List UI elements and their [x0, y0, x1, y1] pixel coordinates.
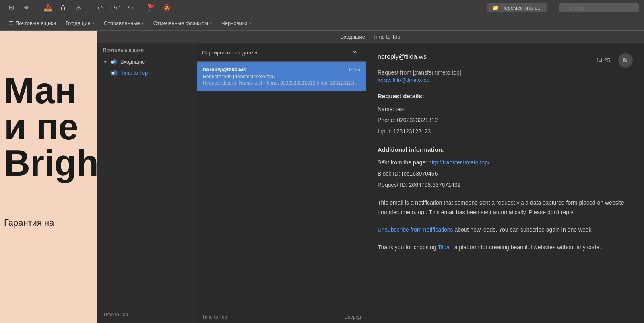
detail-body: Request details: Name: test Phone: 02023…: [378, 91, 633, 253]
search-wrapper: 🔍: [559, 3, 639, 12]
search-input[interactable]: [559, 3, 639, 12]
filter-button[interactable]: ⊙: [348, 47, 361, 58]
move-button[interactable]: 📁 Переместить в...: [487, 3, 547, 12]
message-detail: noreply@tilda.ws 14:25 N Request from [t…: [366, 43, 644, 323]
additional-heading: Additional information:: [378, 145, 633, 155]
drafts-chevron: ▾: [249, 21, 251, 25]
message-subject: Request from [transfer.timeto.top]: [203, 74, 360, 79]
detail-header-right: 14:25 N: [596, 53, 633, 68]
message-list-footer: Time to Top Вперед: [197, 311, 366, 323]
nav-mailboxes[interactable]: ☰ Почтовые ящики: [5, 19, 60, 28]
archive-button[interactable]: 📥: [41, 2, 54, 14]
delete-button[interactable]: 🗑: [57, 2, 70, 14]
message-sender: noreply@tilda.ws: [203, 66, 246, 72]
flag-button[interactable]: 🚩: [145, 2, 158, 14]
message-time: 14:25: [348, 67, 360, 72]
thank-you-text2: , a platform for creating beautiful webs…: [451, 244, 601, 251]
mute-button[interactable]: 🔕: [161, 2, 173, 14]
unsubscribe-text: about new leads. You can subscribe again…: [454, 226, 593, 233]
nav-mailboxes-label: Почтовые ящики: [15, 20, 56, 26]
nav-drafts[interactable]: Черновики ▾: [217, 19, 255, 28]
unsubscribe-link[interactable]: Unsubscribe from notifications: [378, 226, 453, 233]
request-details-heading: Request details:: [378, 91, 633, 101]
sidebar-inbox-label: Входящие: [120, 59, 145, 65]
avatar-letter: N: [623, 57, 628, 64]
sent-chevron: ▾: [142, 21, 144, 25]
sidebar: Почтовые ящики ▼ 📬 Входящие 📬 Time to To…: [97, 43, 197, 323]
toolbar-separator-3: [141, 4, 141, 12]
sort-label: Сортировать по дате: [202, 50, 253, 56]
nav-flagged-label: Отмеченные флажком: [153, 20, 208, 26]
inbox-envelope-icon: 📬: [111, 59, 117, 65]
message-item[interactable]: noreply@tilda.ws 14:25 Request from [tra…: [197, 62, 366, 91]
nav-drafts-label: Черновики: [221, 20, 248, 26]
detail-time: 14:25: [596, 57, 610, 64]
nav-inbox[interactable]: Входящие ▾: [62, 19, 98, 28]
inbox-title: Входящие — Time to Top: [340, 34, 400, 40]
to-address: info@timeto.top: [393, 77, 429, 83]
thank-you-section: Thank you for choosing Tilda , a platfor…: [378, 243, 633, 253]
request-id: Request ID: 2064798:637671432: [378, 180, 633, 190]
additional-info-section: Additional information: Sent from the pa…: [378, 145, 633, 190]
flagged-chevron: ▾: [210, 21, 212, 25]
block-id: Block ID: rec163970456: [378, 169, 633, 179]
request-details-section: Request details: Name: test Phone: 02023…: [378, 91, 633, 137]
toolbar: ✉ ✏ 📥 🗑 ⚠ ↩ ↩↩ ↪ 🚩 🔕 📁 Переместить в... …: [0, 0, 644, 16]
sent-from-text: Sent from the page:: [378, 159, 427, 166]
compose-button[interactable]: ✉: [5, 2, 18, 14]
sent-from-line: Sent from the page: http://transfer.time…: [378, 158, 633, 168]
sidebar-footer-label: Time to Top: [103, 312, 128, 317]
message-list-header: Сортировать по дате ▾ ⊙: [197, 43, 366, 62]
avatar: N: [618, 53, 633, 68]
sidebar-item-inbox[interactable]: ▼ 📬 Входящие: [97, 56, 197, 67]
notification-text: This email is a notification that someon…: [378, 198, 633, 217]
reply-button[interactable]: ↩: [93, 2, 106, 14]
sidebar-footer: Time to Top: [97, 309, 197, 320]
unsubscribe-section: Unsubscribe from notifications about new…: [378, 225, 633, 235]
sidebar-header: Почтовые ящики: [97, 43, 197, 56]
detail-name: Name: test: [378, 105, 633, 114]
nav-flagged[interactable]: Отмеченные флажком ▾: [149, 19, 216, 28]
edit-button[interactable]: ✏: [20, 2, 33, 14]
message-preview: Request details: Name: test Phone: 02023…: [203, 80, 360, 86]
forward-button[interactable]: ↪: [124, 2, 137, 14]
toolbar-separator-1: [37, 4, 37, 12]
thank-you-line: Thank you for choosing Tilda , a platfor…: [378, 243, 633, 253]
footer-right-label: Вперед: [345, 314, 361, 320]
inbox-chevron: ▾: [92, 21, 94, 25]
thank-you-text1: Thank you for choosing: [378, 244, 438, 251]
detail-to: Кому: info@timeto.top: [378, 77, 633, 83]
mail-app: ✉ ✏ 📥 🗑 ⚠ ↩ ↩↩ ↪ 🚩 🔕 📁 Переместить в... …: [0, 0, 644, 323]
nav-sent-label: Отправленные: [104, 20, 140, 26]
move-icon: 📁: [492, 5, 499, 11]
sort-button[interactable]: Сортировать по дате ▾: [202, 50, 258, 56]
sidebar-timetotop-label: Time to Top: [121, 70, 148, 76]
detail-subject: Request from [transfer.timeto.top]: [378, 69, 633, 76]
sidebar-item-timetotop[interactable]: 📬 Time to Top: [97, 67, 197, 78]
navbar: ☰ Почтовые ящики Входящие ▾ Отправленные…: [0, 16, 644, 31]
move-label: Переместить в...: [501, 5, 542, 11]
message-item-header: noreply@tilda.ws 14:25: [203, 66, 360, 72]
sent-from-link[interactable]: http://transfer.timeto.top/: [429, 159, 489, 166]
detail-meta: Request from [transfer.timeto.top] Кому:…: [378, 69, 633, 83]
to-label: Кому:: [378, 77, 391, 83]
mailboxes-icon: ☰: [9, 20, 14, 26]
inbox-arrow-icon: ▼: [103, 60, 107, 64]
inbox-titlebar: Входящие — Time to Top: [97, 31, 644, 43]
nav-sent[interactable]: Отправленные ▾: [100, 19, 148, 28]
detail-top-row: noreply@tilda.ws 14:25 N: [378, 53, 633, 68]
tilda-link[interactable]: Tilda: [438, 244, 450, 251]
unsubscribe-line: Unsubscribe from notifications about new…: [378, 225, 633, 235]
nav-inbox-label: Входящие: [66, 20, 91, 26]
detail-phone: Phone: 0202323321312: [378, 116, 633, 125]
reply-all-button[interactable]: ↩↩: [109, 2, 122, 14]
sort-chevron-icon: ▾: [255, 50, 258, 56]
detail-from-time: noreply@tilda.ws: [378, 53, 427, 60]
notification-section: This email is a notification that someon…: [378, 198, 633, 217]
toolbar-separator-2: [89, 4, 89, 12]
detail-from: noreply@tilda.ws: [378, 53, 427, 60]
junk-button[interactable]: ⚠: [72, 2, 85, 14]
timetotop-envelope-icon: 📬: [111, 70, 118, 76]
footer-left-label: Time to Top: [202, 314, 227, 320]
message-list: Сортировать по дате ▾ ⊙ noreply@tilda.ws…: [197, 43, 366, 323]
